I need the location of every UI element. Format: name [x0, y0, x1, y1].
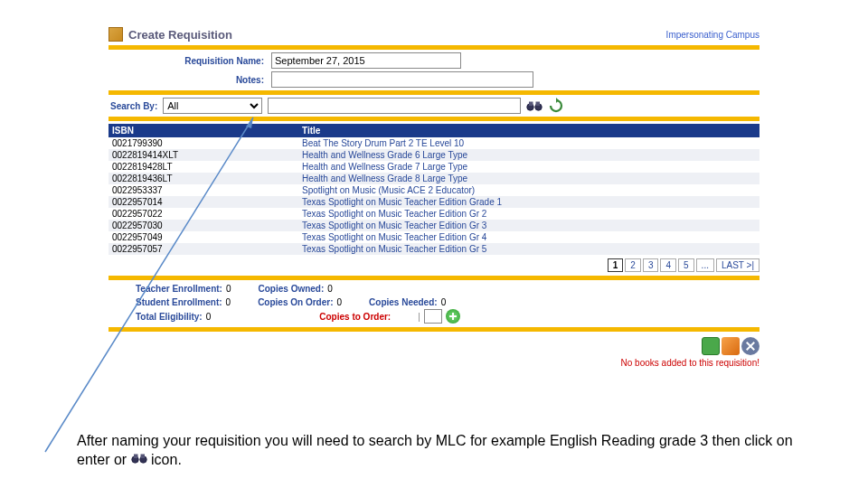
req-name-label: Requisition Name: — [108, 56, 271, 66]
search-input[interactable] — [268, 98, 521, 114]
col-header-title: Title — [302, 126, 756, 136]
svg-rect-8 — [134, 455, 138, 459]
cell-title: Texas Spotlight on Music Teacher Edition… — [302, 244, 756, 254]
refresh-icon[interactable] — [548, 98, 564, 114]
copies-owned-label: Copies Owned: — [259, 284, 328, 294]
divider — [108, 45, 760, 50]
page-2[interactable]: 2 — [625, 258, 641, 272]
svg-line-4 — [45, 117, 253, 452]
package-icon — [108, 27, 123, 42]
binoculars-inline-icon — [131, 451, 147, 470]
page-4[interactable]: 4 — [660, 258, 676, 272]
cancel-icon[interactable] — [741, 337, 760, 355]
copies-on-order-label: Copies On Order: — [258, 297, 336, 307]
svg-rect-9 — [140, 455, 145, 459]
svg-rect-2 — [529, 102, 533, 107]
save-icon[interactable] — [702, 337, 720, 355]
page-1[interactable]: 1 — [608, 258, 624, 272]
binoculars-icon[interactable] — [526, 98, 542, 114]
page-3[interactable]: 3 — [643, 258, 659, 272]
svg-rect-3 — [536, 102, 541, 107]
cell-title: Health and Wellness Grade 8 Large Type — [302, 174, 756, 183]
cell-title: Beat The Story Drum Part 2 TE Level 10 — [302, 138, 756, 148]
add-icon[interactable] — [446, 309, 460, 324]
cell-title: Health and Wellness Grade 7 Large Type — [302, 162, 756, 172]
notes-input[interactable] — [271, 71, 533, 88]
copies-to-order-input[interactable] — [424, 309, 442, 324]
page-title: Create Requisition — [128, 28, 232, 42]
cell-title: Spotlight on Music (Music ACE 2 Educator… — [302, 185, 756, 195]
copies-needed-label: Copies Needed: — [369, 297, 441, 307]
page-5[interactable]: 5 — [678, 258, 694, 272]
cell-title: Health and Wellness Grade 6 Large Type — [302, 150, 756, 160]
copies-needed-value: 0 — [441, 297, 447, 307]
cell-title: Texas Spotlight on Music Teacher Edition… — [302, 197, 756, 207]
copies-to-order-label: Copies to Order: — [319, 312, 391, 322]
annotation-arrow — [36, 108, 262, 461]
page-last[interactable]: LAST >| — [716, 258, 760, 272]
divider — [108, 90, 760, 95]
copies-owned-value: 0 — [327, 284, 333, 294]
impersonating-link[interactable]: Impersonating Campus — [666, 30, 760, 40]
notes-label: Notes: — [108, 75, 271, 85]
req-name-input[interactable] — [271, 52, 461, 69]
export-icon[interactable] — [722, 337, 740, 355]
cell-title: Texas Spotlight on Music Teacher Edition… — [302, 221, 756, 230]
instruction-text: After naming your requisition you will n… — [77, 432, 800, 470]
cell-title: Texas Spotlight on Music Teacher Edition… — [302, 209, 756, 219]
svg-marker-5 — [246, 117, 253, 128]
page-ellipsis: ... — [696, 258, 714, 272]
cell-title: Texas Spotlight on Music Teacher Edition… — [302, 232, 756, 242]
copies-on-order-value: 0 — [336, 297, 342, 307]
